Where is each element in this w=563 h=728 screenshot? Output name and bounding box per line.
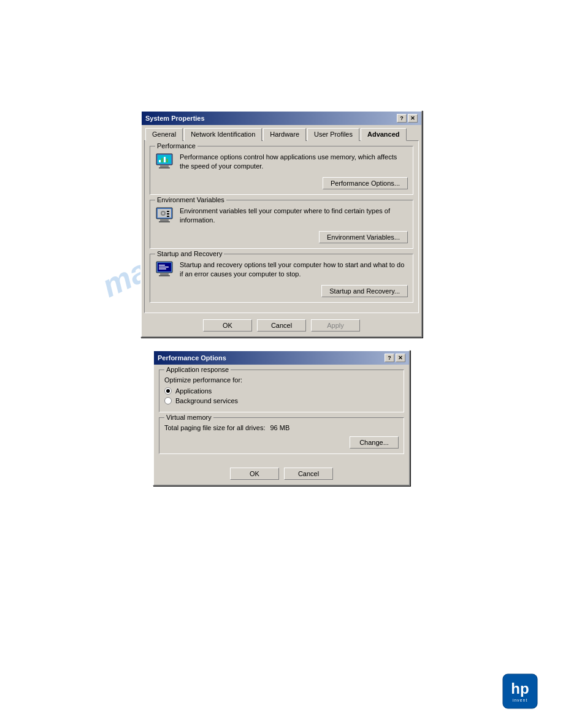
- performance-button-row: Performance Options...: [155, 177, 408, 189]
- svg-rect-19: [160, 273, 169, 275]
- tab-general[interactable]: General: [145, 128, 183, 141]
- svg-point-13: [162, 212, 164, 214]
- performance-options-title: Performance Options: [158, 354, 226, 362]
- svg-rect-4: [159, 160, 161, 162]
- virtual-memory-label: Virtual memory: [164, 414, 213, 421]
- startup-icon: [155, 260, 175, 280]
- performance-description: Performance options control how applicat…: [180, 153, 408, 172]
- environment-description: Environment variables tell your computer…: [180, 207, 408, 226]
- startup-recovery-button[interactable]: Startup and Recovery...: [321, 285, 408, 297]
- performance-label: Performance: [155, 142, 197, 150]
- svg-rect-14: [167, 211, 169, 212]
- performance-options-titlebar: Performance Options ? ✕: [154, 351, 409, 365]
- startup-description: Startup and recovery options tell your c…: [180, 260, 408, 279]
- system-properties-titlebar: System Properties ? ✕: [142, 112, 421, 125]
- perf-ok-button[interactable]: OK: [230, 468, 279, 480]
- svg-rect-6: [164, 157, 166, 162]
- app-response-content: Optimize performance for: Applications B…: [164, 376, 399, 404]
- dialog1-footer: OK Cancel Apply: [142, 316, 421, 336]
- paging-value: 96 MB: [270, 424, 289, 431]
- startup-button-row: Startup and Recovery...: [155, 285, 408, 297]
- radio-applications-input[interactable]: [164, 387, 172, 395]
- perf-close-button[interactable]: ✕: [396, 354, 405, 362]
- performance-options-dialog: Performance Options ? ✕ Application resp…: [153, 350, 410, 486]
- system-properties-title: System Properties: [145, 115, 205, 122]
- svg-rect-21: [159, 265, 165, 266]
- environment-content: Environment variables tell your computer…: [155, 207, 408, 226]
- svg-rect-3: [159, 167, 170, 169]
- performance-options-content: Application response Optimize performanc…: [154, 365, 409, 464]
- svg-rect-5: [161, 158, 163, 162]
- radio-background-label: Background services: [175, 397, 238, 404]
- environment-button-row: Environment Variables...: [155, 231, 408, 243]
- svg-text:invent: invent: [513, 698, 528, 702]
- ok-button[interactable]: OK: [203, 319, 252, 332]
- radio-background: Background services: [164, 397, 399, 404]
- paging-row: Total paging file size for all drives: 9…: [164, 424, 399, 431]
- tab-hardware[interactable]: Hardware: [263, 128, 306, 141]
- svg-rect-22: [159, 267, 169, 268]
- perf-titlebar-buttons: ? ✕: [385, 354, 405, 362]
- system-properties-dialog: System Properties ? ✕ General Network Id…: [140, 110, 423, 338]
- titlebar-buttons: ? ✕: [397, 114, 418, 123]
- tabs-container: General Network Identification Hardware …: [142, 125, 421, 140]
- change-button-row: Change...: [164, 436, 399, 449]
- svg-rect-20: [159, 275, 170, 276]
- performance-group: Performance Performance options: [150, 146, 413, 195]
- svg-text:hp: hp: [511, 680, 529, 697]
- optimize-label: Optimize performance for:: [164, 376, 399, 384]
- svg-rect-11: [159, 221, 170, 222]
- help-button[interactable]: ?: [397, 114, 407, 123]
- svg-rect-2: [160, 165, 169, 167]
- close-button[interactable]: ✕: [408, 114, 418, 123]
- dialog2-footer: OK Cancel: [154, 464, 409, 485]
- performance-icon: [155, 153, 175, 172]
- virtual-memory-content: Total paging file size for all drives: 9…: [164, 424, 399, 449]
- paging-label: Total paging file size for all drives:: [164, 424, 265, 431]
- app-response-label: Application response: [164, 366, 231, 373]
- svg-rect-7: [166, 159, 168, 162]
- radio-applications: Applications: [164, 387, 399, 395]
- startup-content: Startup and recovery options tell your c…: [155, 260, 408, 280]
- svg-rect-15: [167, 213, 169, 214]
- performance-content: Performance options control how applicat…: [155, 153, 408, 172]
- radio-background-input[interactable]: [164, 397, 172, 404]
- tab-user-profiles[interactable]: User Profiles: [307, 128, 359, 141]
- cancel-button[interactable]: Cancel: [257, 319, 306, 332]
- tab-network-identification[interactable]: Network Identification: [184, 128, 262, 141]
- radio-group: Applications Background services: [164, 387, 399, 404]
- hp-logo: hp invent: [502, 673, 538, 710]
- environment-icon: [155, 207, 175, 226]
- svg-rect-23: [159, 268, 166, 270]
- svg-rect-10: [160, 219, 169, 221]
- app-response-group: Application response Optimize performanc…: [159, 370, 404, 412]
- change-button[interactable]: Change...: [350, 436, 399, 449]
- startup-group: Startup and Recovery Startup and recover…: [150, 254, 413, 303]
- environment-variables-button[interactable]: Environment Variables...: [319, 231, 408, 243]
- apply-button[interactable]: Apply: [311, 319, 360, 332]
- radio-applications-label: Applications: [175, 387, 212, 395]
- tab-advanced[interactable]: Advanced: [361, 128, 407, 141]
- svg-rect-16: [167, 216, 169, 217]
- perf-cancel-button[interactable]: Cancel: [284, 468, 333, 480]
- performance-options-button[interactable]: Performance Options...: [323, 177, 408, 189]
- environment-label: Environment Variables: [155, 196, 226, 203]
- environment-group: Environment Variables: [150, 200, 413, 249]
- tab-advanced-content: Performance Performance options: [144, 140, 419, 313]
- virtual-memory-group: Virtual memory Total paging file size fo…: [159, 417, 404, 454]
- perf-help-button[interactable]: ?: [385, 354, 394, 362]
- startup-label: Startup and Recovery: [155, 250, 224, 257]
